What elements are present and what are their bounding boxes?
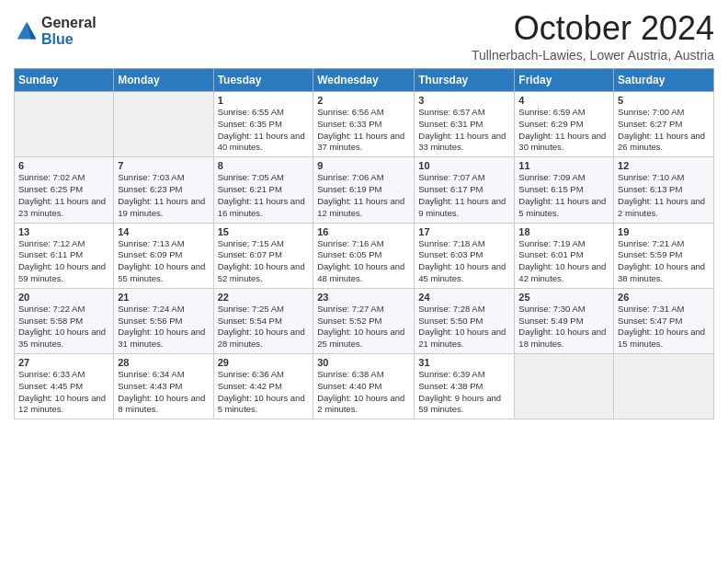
logo: General Blue bbox=[14, 15, 97, 47]
calendar-cell: 16Sunrise: 7:16 AMSunset: 6:05 PMDayligh… bbox=[313, 223, 415, 288]
cell-details: Sunrise: 7:13 AMSunset: 6:09 PMDaylight:… bbox=[118, 238, 209, 285]
logo-icon bbox=[14, 18, 40, 44]
day-number: 13 bbox=[18, 226, 109, 237]
calendar-cell: 9Sunrise: 7:06 AMSunset: 6:19 PMDaylight… bbox=[313, 157, 415, 223]
calendar-cell: 14Sunrise: 7:13 AMSunset: 6:09 PMDayligh… bbox=[114, 223, 213, 288]
day-number: 11 bbox=[518, 160, 609, 171]
calendar-cell: 24Sunrise: 7:28 AMSunset: 5:50 PMDayligh… bbox=[415, 288, 515, 353]
day-number: 15 bbox=[218, 226, 310, 237]
calendar-cell: 19Sunrise: 7:21 AMSunset: 5:59 PMDayligh… bbox=[614, 223, 714, 288]
calendar-cell: 2Sunrise: 6:56 AMSunset: 6:33 PMDaylight… bbox=[313, 92, 415, 157]
calendar-cell bbox=[515, 354, 614, 419]
cell-details: Sunrise: 6:34 AMSunset: 4:43 PMDaylight:… bbox=[118, 369, 209, 416]
calendar-week-row: 1Sunrise: 6:55 AMSunset: 6:35 PMDaylight… bbox=[15, 92, 714, 157]
day-number: 17 bbox=[418, 226, 510, 237]
cell-details: Sunrise: 7:09 AMSunset: 6:15 PMDaylight:… bbox=[518, 172, 609, 219]
day-number: 30 bbox=[317, 357, 410, 368]
cell-details: Sunrise: 7:10 AMSunset: 6:13 PMDaylight:… bbox=[618, 172, 710, 219]
cell-details: Sunrise: 7:06 AMSunset: 6:19 PMDaylight:… bbox=[317, 172, 410, 219]
cell-details: Sunrise: 6:57 AMSunset: 6:31 PMDaylight:… bbox=[418, 107, 510, 154]
day-number: 28 bbox=[118, 357, 209, 368]
day-number: 25 bbox=[518, 292, 609, 303]
cell-details: Sunrise: 6:55 AMSunset: 6:35 PMDaylight:… bbox=[218, 107, 310, 154]
calendar-day-header: Thursday bbox=[415, 69, 515, 92]
calendar-cell: 28Sunrise: 6:34 AMSunset: 4:43 PMDayligh… bbox=[114, 354, 213, 419]
calendar-day-header: Wednesday bbox=[313, 69, 415, 92]
calendar-cell: 1Sunrise: 6:55 AMSunset: 6:35 PMDaylight… bbox=[213, 92, 313, 157]
cell-details: Sunrise: 7:25 AMSunset: 5:54 PMDaylight:… bbox=[218, 304, 310, 350]
day-number: 16 bbox=[317, 226, 410, 237]
title-block: October 2024 Tullnerbach-Lawies, Lower A… bbox=[472, 9, 714, 63]
calendar-table: SundayMondayTuesdayWednesdayThursdayFrid… bbox=[14, 68, 714, 419]
cell-details: Sunrise: 7:07 AMSunset: 6:17 PMDaylight:… bbox=[418, 172, 510, 219]
calendar-day-header: Friday bbox=[515, 69, 614, 92]
calendar-cell: 8Sunrise: 7:05 AMSunset: 6:21 PMDaylight… bbox=[213, 157, 313, 223]
cell-details: Sunrise: 7:18 AMSunset: 6:03 PMDaylight:… bbox=[418, 238, 510, 285]
day-number: 5 bbox=[618, 95, 710, 106]
calendar-cell: 15Sunrise: 7:15 AMSunset: 6:07 PMDayligh… bbox=[213, 223, 313, 288]
calendar-cell bbox=[114, 92, 213, 157]
calendar-cell: 4Sunrise: 6:59 AMSunset: 6:29 PMDaylight… bbox=[515, 92, 614, 157]
day-number: 7 bbox=[118, 160, 209, 171]
month-title: October 2024 bbox=[472, 9, 714, 48]
subtitle: Tullnerbach-Lawies, Lower Austria, Austr… bbox=[472, 48, 714, 63]
calendar-cell: 30Sunrise: 6:38 AMSunset: 4:40 PMDayligh… bbox=[313, 354, 415, 419]
day-number: 31 bbox=[418, 357, 510, 368]
day-number: 9 bbox=[317, 160, 410, 171]
day-number: 1 bbox=[218, 95, 310, 106]
calendar-cell: 27Sunrise: 6:33 AMSunset: 4:45 PMDayligh… bbox=[15, 354, 114, 419]
day-number: 27 bbox=[18, 357, 109, 368]
day-number: 22 bbox=[218, 292, 310, 303]
page: General Blue October 2024 Tullnerbach-La… bbox=[0, 0, 728, 563]
cell-details: Sunrise: 7:16 AMSunset: 6:05 PMDaylight:… bbox=[317, 238, 410, 285]
calendar-cell: 12Sunrise: 7:10 AMSunset: 6:13 PMDayligh… bbox=[614, 157, 714, 223]
calendar-cell: 22Sunrise: 7:25 AMSunset: 5:54 PMDayligh… bbox=[213, 288, 313, 353]
cell-details: Sunrise: 6:39 AMSunset: 4:38 PMDaylight:… bbox=[418, 369, 510, 416]
cell-details: Sunrise: 7:22 AMSunset: 5:58 PMDaylight:… bbox=[18, 304, 109, 350]
cell-details: Sunrise: 7:27 AMSunset: 5:52 PMDaylight:… bbox=[317, 304, 410, 350]
day-number: 2 bbox=[317, 95, 410, 106]
calendar-cell: 29Sunrise: 6:36 AMSunset: 4:42 PMDayligh… bbox=[213, 354, 313, 419]
calendar-cell: 11Sunrise: 7:09 AMSunset: 6:15 PMDayligh… bbox=[515, 157, 614, 223]
day-number: 26 bbox=[618, 292, 710, 303]
cell-details: Sunrise: 7:28 AMSunset: 5:50 PMDaylight:… bbox=[418, 304, 510, 350]
day-number: 6 bbox=[18, 160, 109, 171]
calendar-cell: 18Sunrise: 7:19 AMSunset: 6:01 PMDayligh… bbox=[515, 223, 614, 288]
cell-details: Sunrise: 7:02 AMSunset: 6:25 PMDaylight:… bbox=[18, 172, 109, 219]
calendar-week-row: 27Sunrise: 6:33 AMSunset: 4:45 PMDayligh… bbox=[15, 354, 714, 419]
calendar-cell: 21Sunrise: 7:24 AMSunset: 5:56 PMDayligh… bbox=[114, 288, 213, 353]
logo-text: General Blue bbox=[41, 15, 97, 47]
day-number: 4 bbox=[518, 95, 609, 106]
day-number: 18 bbox=[518, 226, 609, 237]
calendar-cell: 23Sunrise: 7:27 AMSunset: 5:52 PMDayligh… bbox=[313, 288, 415, 353]
cell-details: Sunrise: 7:15 AMSunset: 6:07 PMDaylight:… bbox=[218, 238, 310, 285]
day-number: 24 bbox=[418, 292, 510, 303]
calendar-cell: 17Sunrise: 7:18 AMSunset: 6:03 PMDayligh… bbox=[415, 223, 515, 288]
calendar-cell: 25Sunrise: 7:30 AMSunset: 5:49 PMDayligh… bbox=[515, 288, 614, 353]
day-number: 3 bbox=[418, 95, 510, 106]
logo-general: General bbox=[41, 15, 97, 31]
calendar-week-row: 20Sunrise: 7:22 AMSunset: 5:58 PMDayligh… bbox=[15, 288, 714, 353]
calendar-cell: 31Sunrise: 6:39 AMSunset: 4:38 PMDayligh… bbox=[415, 354, 515, 419]
cell-details: Sunrise: 7:03 AMSunset: 6:23 PMDaylight:… bbox=[118, 172, 209, 219]
cell-details: Sunrise: 6:38 AMSunset: 4:40 PMDaylight:… bbox=[317, 369, 410, 416]
cell-details: Sunrise: 6:59 AMSunset: 6:29 PMDaylight:… bbox=[518, 107, 609, 154]
calendar-day-header: Tuesday bbox=[213, 69, 313, 92]
calendar-cell: 13Sunrise: 7:12 AMSunset: 6:11 PMDayligh… bbox=[15, 223, 114, 288]
cell-details: Sunrise: 6:56 AMSunset: 6:33 PMDaylight:… bbox=[317, 107, 410, 154]
calendar-day-header: Saturday bbox=[614, 69, 714, 92]
day-number: 8 bbox=[218, 160, 310, 171]
calendar-cell: 10Sunrise: 7:07 AMSunset: 6:17 PMDayligh… bbox=[415, 157, 515, 223]
day-number: 10 bbox=[418, 160, 510, 171]
calendar-cell: 26Sunrise: 7:31 AMSunset: 5:47 PMDayligh… bbox=[614, 288, 714, 353]
day-number: 21 bbox=[118, 292, 209, 303]
day-number: 20 bbox=[18, 292, 109, 303]
cell-details: Sunrise: 7:30 AMSunset: 5:49 PMDaylight:… bbox=[518, 304, 609, 350]
day-number: 23 bbox=[317, 292, 410, 303]
calendar-header-row: SundayMondayTuesdayWednesdayThursdayFrid… bbox=[15, 69, 714, 92]
calendar-cell: 3Sunrise: 6:57 AMSunset: 6:31 PMDaylight… bbox=[415, 92, 515, 157]
cell-details: Sunrise: 7:00 AMSunset: 6:27 PMDaylight:… bbox=[618, 107, 710, 154]
cell-details: Sunrise: 6:36 AMSunset: 4:42 PMDaylight:… bbox=[218, 369, 310, 416]
header: General Blue October 2024 Tullnerbach-La… bbox=[14, 9, 714, 63]
cell-details: Sunrise: 7:12 AMSunset: 6:11 PMDaylight:… bbox=[18, 238, 109, 285]
